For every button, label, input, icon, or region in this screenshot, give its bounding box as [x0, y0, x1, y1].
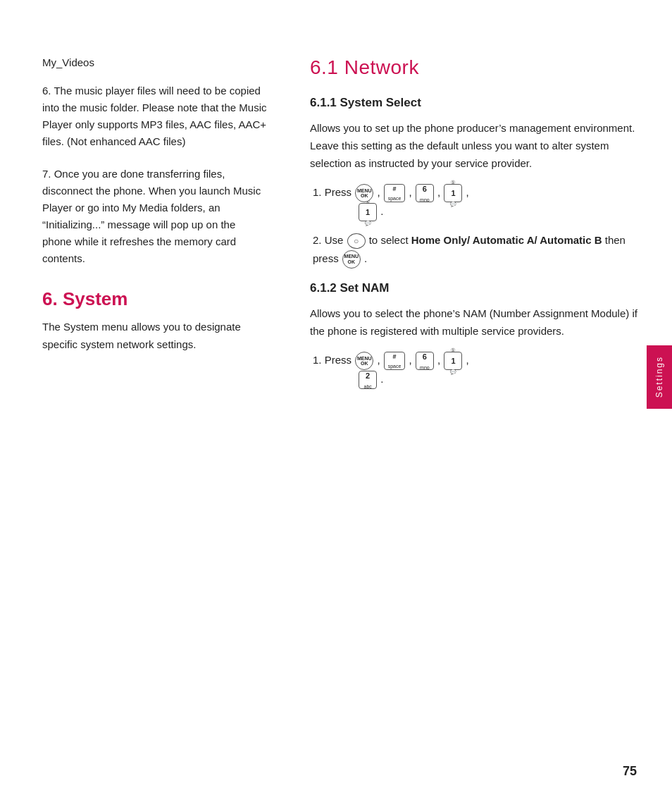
menu-ok-key-1: MENU OK [355, 184, 373, 202]
body-611: Allows you to set up the phone producer’… [310, 120, 644, 172]
section-6-heading: 6. System [28, 288, 268, 310]
sub-heading-612: 6.1.2 Set NAM [310, 281, 644, 295]
press-612-1-label: 1. Press [313, 354, 351, 366]
period-2: . [364, 252, 367, 264]
comma-1: , [377, 186, 380, 198]
press-611-1-label: 1. Press [313, 186, 351, 198]
item-7: 7. Once you are done transferring files,… [28, 166, 268, 267]
comma-8: , [466, 354, 469, 366]
right-column: 6.1 Network 6.1.1 System Select Allows y… [296, 56, 644, 765]
item-7-number: 7. [42, 168, 51, 180]
hash-space-key: # space [384, 184, 406, 202]
menu-ok-key-3: MENU OK [355, 352, 373, 370]
comma-3: , [437, 186, 440, 198]
2abc-key: 2 abc [359, 371, 377, 389]
page-number: 75 [623, 764, 637, 779]
item-6-text: The music player files will need to be c… [42, 85, 267, 147]
main-heading: 6.1 Network [310, 56, 644, 79]
my-videos-label: My_Videos [28, 56, 268, 68]
body-612: Allows you to select the phone’s NAM (Nu… [310, 305, 644, 340]
menu-ok-key-2: MENU OK [342, 250, 361, 269]
sidebar-tab: Settings [647, 345, 672, 409]
comma-2: , [409, 186, 412, 198]
period-1: . [380, 205, 383, 217]
comma-5: , [377, 354, 380, 366]
1-key-2a: ① 1 💬 [444, 352, 462, 370]
press-611-1: 1. Press MENU OK , # space , 6 mno , [310, 183, 644, 221]
page-container: My_Videos 6. The music player files will… [0, 0, 672, 807]
sub-heading-611: 6.1.1 System Select [310, 96, 644, 110]
left-column: My_Videos 6. The music player files will… [28, 56, 296, 765]
use-label: 2. Use [313, 234, 343, 246]
item-6-number: 6. [42, 85, 51, 97]
1-key-1a: ① 1 💬 [444, 184, 462, 202]
comma-4: , [466, 186, 469, 198]
6mno-key-1: 6 mno [416, 184, 434, 202]
comma-6: , [409, 354, 412, 366]
use-611-2: 2. Use ○ to select Home Only/ Automatic … [310, 231, 644, 269]
period-3: . [380, 373, 383, 385]
comma-7: , [437, 354, 440, 366]
section-6-body: The System menu allows you to designate … [28, 319, 268, 354]
1-key-1b: ① 1 💬 [359, 203, 377, 221]
hash-space-key-2: # space [384, 352, 406, 370]
6mno-key-2: 6 mno [416, 352, 434, 370]
nav-key: ○ [347, 233, 366, 249]
sidebar-tab-label: Settings [654, 356, 664, 398]
press-612-1: 1. Press MENU OK , # space , 6 mno , [310, 351, 644, 389]
item-6: 6. The music player files will need to b… [28, 82, 268, 150]
item-7-text: Once you are done transferring files, di… [42, 168, 261, 264]
